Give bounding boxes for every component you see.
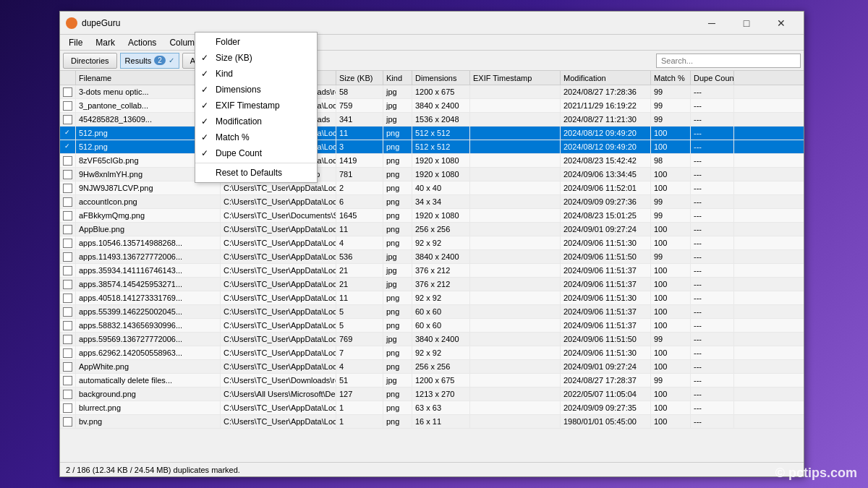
columns-menu-item[interactable]: ✓Dimensions bbox=[195, 82, 317, 98]
table-row[interactable]: 512.pngC:\Users\TC_User\AppData\Loca...3… bbox=[60, 140, 804, 154]
table-cell: 100 bbox=[651, 127, 691, 140]
col-header-modification[interactable]: Modification bbox=[561, 71, 651, 85]
table-row[interactable]: 3_pantone_collab...C:\Users\TC_User\AppD… bbox=[60, 99, 804, 113]
results-tab[interactable]: Results 2 ✓ bbox=[120, 53, 179, 69]
columns-menu-item[interactable]: Reset to Defaults bbox=[195, 165, 317, 181]
table-row[interactable]: 9NJW9J87LCVP.pngC:\Users\TC_User\AppData… bbox=[60, 181, 804, 195]
col-header-dimensions[interactable]: Dimensions bbox=[412, 71, 470, 85]
row-checkbox[interactable] bbox=[63, 280, 72, 289]
close-button[interactable]: ✕ bbox=[765, 12, 798, 35]
table-row[interactable]: AppBlue.pngC:\Users\TC_User\AppData\Loca… bbox=[60, 223, 804, 236]
row-checkbox[interactable] bbox=[63, 376, 72, 385]
table-cell: 2022/05/07 11:05:04 bbox=[561, 388, 651, 401]
table-cell bbox=[470, 346, 561, 359]
table-cell: C:\Users\TC_User\AppData\Loca... bbox=[221, 319, 336, 332]
table-row[interactable]: apps.35934.141116746143...C:\Users\TC_Us… bbox=[60, 264, 804, 278]
table-row[interactable]: apps.10546.135714988268...C:\Users\TC_Us… bbox=[60, 236, 804, 250]
table-cell: C:\Users\TC_User\AppData\Loca... bbox=[221, 291, 336, 304]
table-row[interactable]: 454285828_13609...C:\Users\TC_User\Downl… bbox=[60, 113, 804, 127]
row-checkbox[interactable] bbox=[63, 225, 72, 234]
table-cell: 759 bbox=[336, 99, 383, 112]
row-checkbox[interactable] bbox=[63, 252, 72, 262]
row-checkbox[interactable] bbox=[63, 211, 72, 221]
columns-menu-item[interactable]: ✓Match % bbox=[195, 129, 317, 145]
row-checkbox[interactable] bbox=[63, 266, 72, 275]
table-row[interactable]: apps.62962.142050558963...C:\Users\TC_Us… bbox=[60, 346, 804, 360]
row-checkbox[interactable] bbox=[63, 321, 72, 330]
row-checkbox[interactable] bbox=[63, 184, 72, 193]
table-row[interactable]: apps.11493.136727772006...C:\Users\TC_Us… bbox=[60, 250, 804, 264]
minimize-button[interactable]: ─ bbox=[695, 12, 728, 35]
col-header-exif[interactable]: EXIF Timestamp bbox=[470, 71, 561, 85]
table-cell bbox=[470, 333, 561, 346]
menu-file[interactable]: File bbox=[63, 36, 88, 49]
table-cell bbox=[470, 168, 561, 181]
table-row[interactable]: 512.pngC:\Users\TC_User\AppData\Loca...1… bbox=[60, 127, 804, 140]
columns-menu-item[interactable]: ✓Size (KB) bbox=[195, 50, 317, 66]
col-header-kind[interactable]: Kind bbox=[383, 71, 412, 85]
table-row[interactable]: apps.40518.141273331769...C:\Users\TC_Us… bbox=[60, 291, 804, 305]
table-row[interactable]: apps.55399.146225002045...C:\Users\TC_Us… bbox=[60, 305, 804, 319]
menu-item-label: Folder bbox=[216, 37, 240, 47]
menu-mark[interactable]: Mark bbox=[90, 36, 121, 49]
table-cell: apps.59569.136727772006... bbox=[76, 333, 221, 346]
row-checkbox[interactable] bbox=[63, 403, 72, 413]
status-text: 2 / 186 (12.34 KB / 24.54 MB) duplicates… bbox=[66, 466, 240, 474]
maximize-button[interactable]: □ bbox=[730, 12, 763, 35]
row-checkbox[interactable] bbox=[63, 390, 72, 399]
table-row[interactable]: AppWhite.pngC:\Users\TC_User\AppData\Loc… bbox=[60, 360, 804, 374]
row-checkbox[interactable] bbox=[63, 348, 72, 358]
row-checkbox[interactable] bbox=[63, 197, 72, 207]
table-cell: 3840 x 2400 bbox=[412, 99, 470, 112]
table-row[interactable]: apps.38574.145425953271...C:\Users\TC_Us… bbox=[60, 278, 804, 291]
col-header-match[interactable]: Match % bbox=[651, 71, 691, 85]
table-row[interactable]: 9Hw8xnlmYH.pngC:\Users\TC_User\Desktop78… bbox=[60, 168, 804, 181]
row-checkbox[interactable] bbox=[63, 101, 72, 111]
table-cell: 16 x 11 bbox=[412, 415, 470, 428]
row-checkbox[interactable] bbox=[63, 362, 72, 372]
menu-item-label: Size (KB) bbox=[216, 53, 252, 63]
columns-menu-item[interactable]: ✓Kind bbox=[195, 66, 317, 82]
menu-checkmark: ✓ bbox=[201, 148, 211, 158]
table-row[interactable]: blurrect.pngC:\Users\TC_User\AppData\Loc… bbox=[60, 401, 804, 415]
columns-menu-item[interactable]: ✓Dupe Count bbox=[195, 145, 317, 161]
table-row[interactable]: apps.58832.143656930996...C:\Users\TC_Us… bbox=[60, 319, 804, 333]
table-row[interactable]: apps.59569.136727772006...C:\Users\TC_Us… bbox=[60, 333, 804, 346]
table-cell: --- bbox=[691, 85, 734, 98]
columns-menu-item[interactable]: Folder bbox=[195, 34, 317, 50]
col-header-dupe[interactable]: Dupe Count bbox=[691, 71, 734, 85]
col-header-size[interactable]: Size (KB) bbox=[336, 71, 383, 85]
table-cell: C:\Users\TC_User\AppData\Loca... bbox=[221, 278, 336, 291]
menu-actions[interactable]: Actions bbox=[122, 36, 162, 49]
row-checkbox[interactable] bbox=[63, 294, 72, 303]
table-row[interactable]: 3-dots menu optic...C:\Users\TC_User\Dow… bbox=[60, 85, 804, 99]
directories-button[interactable]: Directories bbox=[63, 53, 117, 69]
table-cell: 99 bbox=[651, 333, 691, 346]
table-row[interactable]: aFBkkymQmg.pngC:\Users\TC_User\Documents… bbox=[60, 209, 804, 223]
row-checkbox[interactable] bbox=[63, 170, 72, 179]
row-checkbox[interactable] bbox=[63, 239, 72, 248]
row-checkbox-cell bbox=[60, 278, 76, 291]
row-checkbox[interactable] bbox=[63, 87, 72, 97]
table-row[interactable]: automatically delete files...C:\Users\TC… bbox=[60, 374, 804, 388]
table-cell: background.png bbox=[76, 388, 221, 401]
table-cell: 536 bbox=[336, 250, 383, 263]
row-checkbox[interactable] bbox=[63, 142, 72, 152]
search-input[interactable] bbox=[656, 53, 801, 68]
table-row[interactable]: 8zVF65cIGb.pngC:\Users\TC_User\AppData\L… bbox=[60, 154, 804, 168]
table-row[interactable]: bv.pngC:\Users\TC_User\AppData\Loca...1p… bbox=[60, 415, 804, 429]
row-checkbox[interactable] bbox=[63, 156, 72, 166]
columns-menu-item[interactable]: ✓Modification bbox=[195, 114, 317, 129]
row-checkbox[interactable] bbox=[63, 129, 72, 138]
row-checkbox[interactable] bbox=[63, 417, 72, 427]
columns-menu-item[interactable]: ✓EXIF Timestamp bbox=[195, 98, 317, 114]
table-cell: 1536 x 2048 bbox=[412, 113, 470, 126]
row-checkbox[interactable] bbox=[63, 115, 72, 124]
row-checkbox[interactable] bbox=[63, 307, 72, 317]
table-row[interactable]: accountIcon.pngC:\Users\TC_User\AppData\… bbox=[60, 195, 804, 209]
row-checkbox-cell bbox=[60, 113, 76, 126]
table-row[interactable]: background.pngC:\Users\All Users\Microso… bbox=[60, 388, 804, 401]
table-cell: 92 x 92 bbox=[412, 236, 470, 249]
row-checkbox[interactable] bbox=[63, 335, 72, 344]
row-checkbox-cell bbox=[60, 85, 76, 98]
